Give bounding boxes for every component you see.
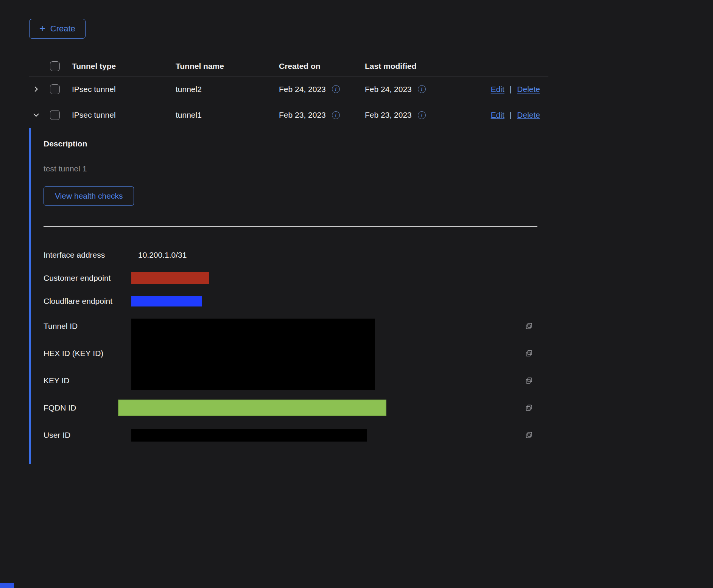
tunnel-id-label: Tunnel ID xyxy=(44,322,131,331)
chevron-right-icon[interactable] xyxy=(33,86,39,92)
tunnel-type-cell: IPsec tunnel xyxy=(72,85,176,94)
created-on-value: Feb 24, 2023 xyxy=(279,85,326,94)
view-health-checks-button[interactable]: View health checks xyxy=(44,186,134,206)
delete-link[interactable]: Delete xyxy=(517,85,540,94)
create-button[interactable]: + Create xyxy=(29,19,86,39)
tunnels-page: + Create Tunnel type Tunnel name Created… xyxy=(0,0,713,464)
cloudflare-endpoint-redacted-value xyxy=(131,296,202,306)
action-separator: | xyxy=(510,110,512,120)
tunnel-detail-panel: Description test tunnel 1 View health ch… xyxy=(29,128,548,464)
column-header-tunnel-name: Tunnel name xyxy=(176,62,279,71)
table-header-row: Tunnel type Tunnel name Created on Last … xyxy=(29,56,548,76)
customer-endpoint-label: Customer endpoint xyxy=(44,274,131,283)
plus-icon: + xyxy=(39,23,45,34)
divider xyxy=(44,226,537,227)
copy-icon[interactable] xyxy=(525,376,533,385)
key-id-label: KEY ID xyxy=(44,376,131,385)
row-checkbox[interactable] xyxy=(50,84,60,94)
table-row: IPsec tunnel tunnel2 Feb 24, 2023 i Feb … xyxy=(29,76,548,102)
table-row: IPsec tunnel tunnel1 Feb 23, 2023 i Feb … xyxy=(29,102,548,128)
user-id-label: User ID xyxy=(44,431,131,440)
info-icon[interactable]: i xyxy=(332,85,340,93)
copy-icon[interactable] xyxy=(525,322,533,330)
tunnel-ids-section: Tunnel ID HEX ID (KEY ID) KEY ID FQDN ID… xyxy=(44,313,537,449)
interface-address-label: Interface address xyxy=(44,250,131,260)
bottom-scroll-indicator xyxy=(0,583,14,588)
cloudflare-endpoint-row: Cloudflare endpoint xyxy=(44,289,537,313)
delete-link[interactable]: Delete xyxy=(517,110,540,120)
tunnels-table: Tunnel type Tunnel name Created on Last … xyxy=(29,56,548,464)
tunnel-type-cell: IPsec tunnel xyxy=(72,110,176,120)
row-checkbox[interactable] xyxy=(50,110,60,120)
column-header-created-on: Created on xyxy=(279,62,365,71)
column-header-last-modified: Last modified xyxy=(365,62,485,71)
create-button-label: Create xyxy=(50,24,75,34)
copy-icon[interactable] xyxy=(525,404,533,412)
edit-link[interactable]: Edit xyxy=(491,110,504,120)
tunnel-name-cell: tunnel2 xyxy=(176,85,279,94)
cloudflare-endpoint-label: Cloudflare endpoint xyxy=(44,297,131,306)
tunnel-ids-redacted-value xyxy=(131,319,375,390)
edit-link[interactable]: Edit xyxy=(491,85,504,94)
customer-endpoint-redacted-value xyxy=(131,272,209,284)
copy-icon[interactable] xyxy=(525,431,533,439)
action-separator: | xyxy=(510,85,512,94)
column-header-tunnel-type: Tunnel type xyxy=(72,62,176,71)
info-icon[interactable]: i xyxy=(418,111,426,119)
info-icon[interactable]: i xyxy=(418,85,426,93)
interface-address-value: 10.200.1.0/31 xyxy=(138,250,187,260)
copy-icon[interactable] xyxy=(525,349,533,358)
description-label: Description xyxy=(44,138,537,149)
hex-id-label: HEX ID (KEY ID) xyxy=(44,349,131,358)
interface-address-row: Interface address 10.200.1.0/31 xyxy=(44,243,537,266)
tunnel-name-cell: tunnel1 xyxy=(176,110,279,120)
info-icon[interactable]: i xyxy=(332,111,340,119)
chevron-down-icon[interactable] xyxy=(33,112,39,118)
description-value: test tunnel 1 xyxy=(44,163,537,174)
last-modified-value: Feb 23, 2023 xyxy=(365,110,412,120)
created-on-value: Feb 23, 2023 xyxy=(279,110,326,120)
user-id-redacted-value xyxy=(131,429,367,442)
select-all-checkbox[interactable] xyxy=(50,61,60,71)
last-modified-value: Feb 24, 2023 xyxy=(365,85,412,94)
customer-endpoint-row: Customer endpoint xyxy=(44,266,537,289)
fqdn-id-redacted-value xyxy=(118,400,386,416)
